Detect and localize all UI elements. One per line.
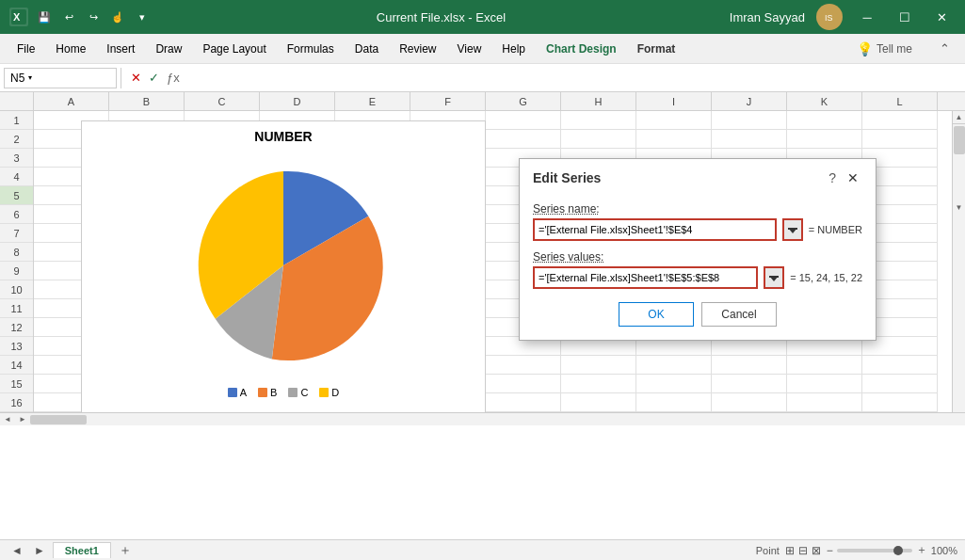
row-3[interactable]: 3 bbox=[0, 149, 33, 168]
scroll-down-button[interactable]: ▼ bbox=[953, 201, 965, 214]
dialog-buttons: OK Cancel bbox=[533, 302, 862, 327]
menu-data[interactable]: Data bbox=[346, 37, 388, 61]
name-box-dropdown-icon[interactable]: ▾ bbox=[28, 73, 32, 82]
series-name-collapse-button[interactable] bbox=[782, 218, 803, 241]
restore-button[interactable]: ☐ bbox=[892, 4, 918, 30]
row-7[interactable]: 7 bbox=[0, 224, 33, 243]
zoom-out-icon[interactable]: − bbox=[827, 544, 833, 557]
menu-draw[interactable]: Draw bbox=[146, 37, 191, 61]
tell-me-text: Tell me bbox=[877, 42, 912, 56]
customize-qa-icon[interactable]: ▾ bbox=[132, 7, 153, 27]
user-avatar[interactable]: IS bbox=[816, 4, 843, 30]
col-header-A[interactable]: A bbox=[34, 92, 109, 110]
status-text: Point bbox=[756, 545, 780, 556]
undo-icon[interactable]: ↩ bbox=[58, 7, 79, 27]
col-header-D[interactable]: D bbox=[260, 92, 335, 110]
scroll-right-button[interactable]: ► bbox=[15, 415, 30, 424]
title-bar: X 💾 ↩ ↪ ☝ ▾ Current File.xlsx - Excel Im… bbox=[0, 0, 965, 34]
sheet-tabs-area: ◄ ► Sheet1 ＋ bbox=[8, 542, 132, 559]
corner-cell bbox=[0, 92, 34, 110]
save-icon[interactable]: 💾 bbox=[34, 7, 55, 27]
dialog-close-button[interactable]: ✕ bbox=[844, 168, 862, 187]
col-header-G[interactable]: G bbox=[486, 92, 561, 110]
cancel-button[interactable]: Cancel bbox=[701, 302, 777, 327]
series-values-result: = 15, 24, 15, 22 bbox=[790, 272, 862, 283]
tell-me-bar[interactable]: 💡 Tell me bbox=[847, 38, 922, 60]
sheet-tab-1[interactable]: Sheet1 bbox=[53, 542, 111, 558]
row-11[interactable]: 11 bbox=[0, 299, 33, 318]
series-values-group: Series values: = 15, 24, 15, 22 bbox=[533, 250, 862, 289]
confirm-formula-icon[interactable]: ✓ bbox=[149, 71, 159, 85]
redo-icon[interactable]: ↪ bbox=[83, 7, 104, 27]
name-box[interactable]: N5 ▾ bbox=[4, 68, 117, 88]
zoom-in-icon[interactable]: ＋ bbox=[916, 542, 927, 558]
username: Imran Sayyad bbox=[730, 10, 805, 24]
row-12[interactable]: 12 bbox=[0, 318, 33, 337]
col-header-H[interactable]: H bbox=[561, 92, 636, 110]
view-icons: ⊞ ⊟ ⊠ bbox=[785, 544, 821, 557]
series-values-input[interactable] bbox=[533, 266, 758, 289]
page-layout-view-icon[interactable]: ⊟ bbox=[798, 544, 808, 557]
row-10[interactable]: 10 bbox=[0, 280, 33, 299]
row-5[interactable]: 5 bbox=[0, 186, 33, 205]
row-15[interactable]: 15 bbox=[0, 375, 33, 393]
col-header-K[interactable]: K bbox=[787, 92, 862, 110]
title-bar-left: X 💾 ↩ ↪ ☝ ▾ bbox=[9, 7, 153, 27]
formula-input[interactable] bbox=[185, 72, 961, 85]
series-name-input[interactable] bbox=[533, 218, 777, 241]
menu-review[interactable]: Review bbox=[390, 37, 445, 61]
menu-chart-design[interactable]: Chart Design bbox=[537, 37, 626, 61]
row-14[interactable]: 14 bbox=[0, 356, 33, 375]
row-4[interactable]: 4 bbox=[0, 168, 33, 186]
menu-view[interactable]: View bbox=[448, 37, 491, 61]
scroll-up-button[interactable]: ▲ bbox=[953, 111, 965, 124]
svg-marker-5 bbox=[788, 228, 797, 233]
series-name-row: = NUMBER bbox=[533, 218, 862, 241]
touch-mode-icon[interactable]: ☝ bbox=[107, 7, 128, 27]
zoom-slider[interactable] bbox=[837, 549, 912, 552]
series-values-collapse-button[interactable] bbox=[764, 266, 784, 289]
page-break-view-icon[interactable]: ⊠ bbox=[812, 544, 821, 557]
menu-help[interactable]: Help bbox=[492, 37, 535, 61]
col-header-L[interactable]: L bbox=[862, 92, 938, 110]
dialog-help-icon[interactable]: ? bbox=[828, 170, 836, 185]
ribbon-collapse-button[interactable]: ⌃ bbox=[931, 36, 957, 62]
normal-view-icon[interactable]: ⊞ bbox=[785, 544, 795, 557]
insert-function-icon[interactable]: ƒx bbox=[167, 71, 180, 85]
prev-sheet-button[interactable]: ◄ bbox=[8, 544, 26, 557]
col-header-J[interactable]: J bbox=[712, 92, 787, 110]
row-6[interactable]: 6 bbox=[0, 205, 33, 224]
row-13[interactable]: 13 bbox=[0, 337, 33, 356]
cancel-formula-icon[interactable]: ✕ bbox=[131, 71, 141, 85]
close-button[interactable]: ✕ bbox=[929, 4, 956, 30]
col-header-C[interactable]: C bbox=[185, 92, 260, 110]
scroll-thumb-h[interactable] bbox=[30, 415, 87, 424]
minimize-button[interactable]: ─ bbox=[854, 4, 880, 30]
row-2[interactable]: 2 bbox=[0, 130, 33, 149]
row-8[interactable]: 8 bbox=[0, 243, 33, 262]
row-1[interactable]: 1 bbox=[0, 111, 33, 130]
menu-page-layout[interactable]: Page Layout bbox=[193, 37, 275, 61]
row-9[interactable]: 9 bbox=[0, 262, 33, 280]
col-header-E[interactable]: E bbox=[335, 92, 410, 110]
row-16[interactable]: 16 bbox=[0, 393, 33, 412]
series-values-label: Series values: bbox=[533, 250, 862, 264]
menu-file[interactable]: File bbox=[8, 37, 44, 61]
add-sheet-button[interactable]: ＋ bbox=[119, 542, 132, 559]
collapse-icon bbox=[787, 224, 798, 235]
menu-insert[interactable]: Insert bbox=[97, 37, 144, 61]
scroll-left-button[interactable]: ◄ bbox=[0, 415, 15, 424]
edit-series-dialog: Edit Series ? ✕ Series name: bbox=[519, 158, 877, 341]
col-header-I[interactable]: I bbox=[636, 92, 712, 110]
series-values-row: = 15, 24, 15, 22 bbox=[533, 266, 862, 289]
next-sheet-button[interactable]: ► bbox=[30, 544, 49, 557]
title-bar-right: Imran Sayyad IS ─ ☐ ✕ bbox=[730, 4, 956, 30]
menu-home[interactable]: Home bbox=[46, 37, 95, 61]
scroll-thumb-v[interactable] bbox=[954, 126, 965, 154]
zoom-control: − ＋ 100% bbox=[827, 542, 957, 558]
menu-format[interactable]: Format bbox=[628, 37, 685, 61]
col-header-B[interactable]: B bbox=[109, 92, 185, 110]
ok-button[interactable]: OK bbox=[619, 302, 694, 327]
menu-formulas[interactable]: Formulas bbox=[278, 37, 344, 61]
col-header-F[interactable]: F bbox=[410, 92, 486, 110]
